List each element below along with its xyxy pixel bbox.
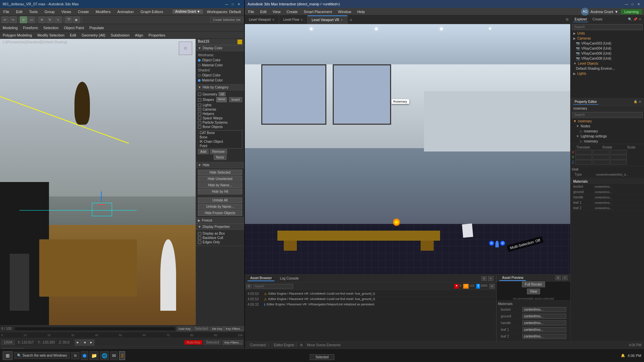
submenu-freeform[interactable]: Freeform	[22, 25, 40, 31]
prop-tree-lightmap-rosemary[interactable]: ▷ rosemary	[571, 139, 644, 144]
property-editor-tab[interactable]: Property Editor	[573, 99, 598, 105]
asset-preview-tab[interactable]: Asset Preview	[499, 275, 526, 281]
explorer-search-input[interactable]	[572, 24, 643, 30]
menu-file[interactable]: File	[2, 9, 11, 14]
minimize-btn[interactable]: —	[224, 1, 229, 7]
tab-settings-btn[interactable]: ⚙	[566, 15, 569, 24]
menu-graph-editors[interactable]: Graph Editors	[139, 9, 165, 14]
rotate-btn[interactable]: ↻	[46, 16, 54, 23]
hide-by-category-header[interactable]: ▼ Hide by Category	[196, 84, 244, 90]
menu-edit[interactable]: Edit	[15, 9, 24, 14]
next-frame-btn[interactable]: ▶	[88, 340, 94, 346]
tree-vray-004[interactable]: 📷 VRayCam004 (Unit)	[571, 46, 644, 51]
lights-checkbox[interactable]	[198, 104, 201, 107]
menu-tools[interactable]: Tools	[28, 9, 39, 14]
freeze-section-header[interactable]: ▶ Freeze	[196, 218, 244, 224]
tree-vray-008[interactable]: 📷 VRayCam008 (Unit)	[571, 56, 644, 61]
display-properties-header[interactable]: ▼ Display Properties	[196, 224, 244, 230]
submenu-geometry-all[interactable]: Geometry (All)	[80, 33, 107, 38]
tab-level-viewport-vr-close[interactable]: ✕	[340, 18, 343, 22]
tree-vray-003[interactable]: 📷 VRayCam003 (Unit)	[571, 41, 644, 46]
right-3d-viewport[interactable]: Rosemary Multi-Selection: Off	[245, 24, 570, 274]
geometry-checkbox[interactable]	[198, 93, 201, 96]
rmenu-window[interactable]: Window	[337, 9, 353, 14]
panel-settings-btn[interactable]: ⚙	[481, 276, 487, 281]
prop-tree-nodes[interactable]: ▼ Nodes	[571, 124, 644, 129]
bone-objects-checkbox[interactable]	[198, 125, 201, 129]
redo-btn[interactable]: ↪	[9, 16, 17, 23]
taskbar-view-btn[interactable]: ⧉	[71, 352, 79, 359]
render-setup-btn[interactable]: 🎬	[65, 16, 72, 23]
full-render-btn[interactable]: Full Render	[522, 282, 545, 287]
add-tab-btn[interactable]: +	[347, 15, 354, 24]
hide-frozen-btn[interactable]: Hide Frozen Objects	[198, 210, 242, 216]
right-user-menu[interactable]: AG Andrew Grant ▼	[581, 8, 618, 16]
explorer-search-btn[interactable]: 🔍	[628, 17, 632, 21]
taskbar-notification-btn[interactable]: 🔔	[621, 354, 625, 357]
shaded-object-radio[interactable]	[198, 74, 201, 77]
lock-icon[interactable]: 🔒	[634, 100, 637, 104]
tab-level-viewport[interactable]: Level Viewport ✕	[245, 15, 279, 24]
taskbar-mail-btn[interactable]: ✉	[110, 351, 118, 360]
asset-browser-tab[interactable]: Asset Browser	[248, 276, 274, 281]
tree-default-shading[interactable]: Default Shading Environ...	[571, 66, 644, 71]
taskbar-chrome-btn[interactable]: 🌐	[100, 351, 109, 360]
geometry-tag[interactable]: All	[219, 92, 225, 96]
prop-editor-close-btn[interactable]: ✕	[639, 100, 641, 104]
panel-close-btn[interactable]: ✕	[488, 276, 493, 281]
play-btn[interactable]: ▶	[75, 340, 81, 346]
submenu-populate[interactable]: Populate	[88, 25, 105, 31]
prop-tree-rosemary-root[interactable]: ▼ rosemary	[571, 119, 644, 124]
x-scale-input[interactable]: 0.8733	[610, 150, 627, 155]
rmenu-edit[interactable]: Edit	[259, 9, 268, 14]
learning-btn[interactable]: Learning	[621, 9, 642, 14]
tree-vray-006[interactable]: 📷 VRayCam006 (Unit)	[571, 51, 644, 56]
windows-start-btn[interactable]: ⊞	[3, 351, 13, 360]
helpers-checkbox[interactable]	[198, 112, 201, 116]
prop-tree-node-rosemary[interactable]: ▷ rosemary	[571, 129, 644, 134]
none-bone-btn[interactable]: None	[214, 155, 226, 160]
submenu-modeling[interactable]: Modeling	[1, 25, 19, 31]
object-color-swatch[interactable]	[237, 40, 242, 44]
maximize-btn[interactable]: □	[230, 1, 235, 7]
taskbar-explorer-btn[interactable]: 📁	[90, 351, 99, 360]
shaded-material-radio[interactable]	[198, 79, 201, 82]
invert-btn[interactable]: Invert	[229, 97, 242, 102]
close-btn[interactable]: ✕	[236, 1, 241, 7]
rmenu-view[interactable]: View	[271, 9, 282, 14]
scale-btn[interactable]: ⤡	[54, 16, 62, 23]
right-close-btn[interactable]: ✕	[636, 1, 641, 7]
hide-by-hit-btn[interactable]: Hide by Hit	[198, 189, 242, 194]
log-filter-btn[interactable]: ⚙	[489, 284, 495, 289]
user-menu[interactable]: Andrew Grant ▼	[172, 9, 203, 14]
rmenu-help[interactable]: Help	[356, 9, 366, 14]
shapes-tag[interactable]: None	[216, 97, 227, 102]
cameras-checkbox[interactable]	[198, 108, 201, 111]
log-console-tab[interactable]: Log Console	[277, 276, 301, 281]
create-tab[interactable]: Create	[591, 17, 604, 22]
add-bone-btn[interactable]: Add	[198, 149, 209, 154]
tab-level-viewport-close[interactable]: ✕	[272, 18, 275, 21]
tab-level-flow-close[interactable]: ✕	[301, 18, 303, 21]
menu-modifiers[interactable]: Modifiers	[94, 9, 112, 14]
prop-tree-lightmap[interactable]: ▼ Lightmap settings	[571, 134, 644, 139]
unhide-by-name-btn[interactable]: Unhide by Name...	[198, 204, 242, 209]
hide-by-name-btn[interactable]: Hide by Name...	[198, 182, 242, 188]
hide-section-header[interactable]: ▼ Hide	[196, 162, 244, 168]
set-key-btn[interactable]: Set Key	[210, 326, 224, 331]
taskbar-edge-btn[interactable]: ⬟	[81, 351, 88, 360]
cat-bone-item-4[interactable]: Point	[198, 144, 242, 148]
wireframe-material-radio[interactable]	[198, 64, 201, 67]
wireframe-object-radio[interactable]	[198, 59, 201, 62]
rmenu-create[interactable]: Create	[285, 9, 299, 14]
tree-cameras[interactable]: ▶ Cameras	[571, 36, 644, 41]
key-filters-btn[interactable]: Key Filters...	[224, 326, 244, 331]
menu-group[interactable]: Group	[43, 9, 56, 14]
display-color-header[interactable]: ▼ Display Color	[196, 45, 244, 51]
menu-create[interactable]: Create	[76, 9, 90, 14]
key-filters-btn2[interactable]: Key Filters...	[223, 340, 243, 345]
cat-bone-item-1[interactable]: CAT Bone	[198, 131, 242, 135]
prop-search-input[interactable]	[572, 112, 643, 118]
status-settings-btn[interactable]: ⚙	[300, 343, 303, 347]
hide-selected-btn[interactable]: Hide Selected	[198, 170, 242, 175]
